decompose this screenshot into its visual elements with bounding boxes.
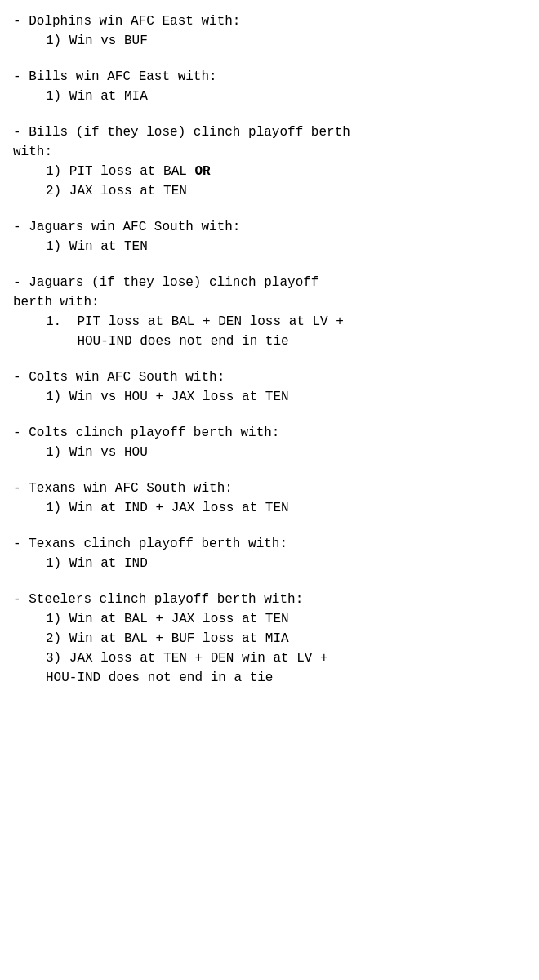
section-items-steelers-clinch: 1) Win at BAL + JAX loss at TEN 2) Win a… bbox=[13, 609, 526, 688]
section-item: 1) Win at IND bbox=[46, 554, 526, 573]
section-items-texans-clinch: 1) Win at IND bbox=[13, 554, 526, 573]
section-items-colts-clinch: 1) Win vs HOU bbox=[13, 443, 526, 462]
section-header-bills-win: - Bills win AFC East with: bbox=[13, 67, 526, 87]
section-items-bills-win: 1) Win at MIA bbox=[13, 87, 526, 106]
section-items-dolphins: 1) Win vs BUF bbox=[13, 31, 526, 51]
section-item: 1) Win vs BUF bbox=[46, 31, 526, 51]
section-item-steelers-3: 3) JAX loss at TEN + DEN win at LV + HOU… bbox=[46, 648, 526, 688]
content: - Dolphins win AFC East with: 1) Win vs … bbox=[13, 11, 526, 688]
section-item: 1) Win at IND + JAX loss at TEN bbox=[46, 498, 526, 518]
section-item-steelers-1: 1) Win at BAL + JAX loss at TEN bbox=[46, 609, 526, 629]
section-dolphins-win: - Dolphins win AFC East with: 1) Win vs … bbox=[13, 11, 526, 51]
section-bills-win: - Bills win AFC East with: 1) Win at MIA bbox=[13, 67, 526, 106]
section-items-jaguars-clinch: 1. PIT loss at BAL + DEN loss at LV + HO… bbox=[13, 312, 526, 351]
section-header-dolphins: - Dolphins win AFC East with: bbox=[13, 11, 526, 31]
section-header-colts-clinch: - Colts clinch playoff berth with: bbox=[13, 423, 526, 443]
section-header-texans-win: - Texans win AFC South with: bbox=[13, 479, 526, 498]
section-header-jaguars-win: - Jaguars win AFC South with: bbox=[13, 217, 526, 237]
section-jaguars-win: - Jaguars win AFC South with: 1) Win at … bbox=[13, 217, 526, 256]
section-texans-win: - Texans win AFC South with: 1) Win at I… bbox=[13, 479, 526, 518]
section-items-colts-win: 1) Win vs HOU + JAX loss at TEN bbox=[13, 387, 526, 407]
section-texans-clinch: - Texans clinch playoff berth with: 1) W… bbox=[13, 534, 526, 573]
section-item-bills-clinch-1: 1) PIT loss at BAL OR bbox=[46, 162, 526, 181]
section-header-texans-clinch: - Texans clinch playoff berth with: bbox=[13, 534, 526, 554]
section-items-jaguars-win: 1) Win at TEN bbox=[13, 237, 526, 256]
section-item: 1) Win at TEN bbox=[46, 237, 526, 256]
section-item: 1) Win vs HOU bbox=[46, 443, 526, 462]
section-item: 1) Win at MIA bbox=[46, 87, 526, 106]
section-header-steelers-clinch: - Steelers clinch playoff berth with: bbox=[13, 590, 526, 609]
section-item-steelers-2: 2) Win at BAL + BUF loss at MIA bbox=[46, 629, 526, 648]
section-jaguars-clinch: - Jaguars (if they lose) clinch playoff … bbox=[13, 273, 526, 351]
section-item-bills-clinch-2: 2) JAX loss at TEN bbox=[46, 181, 526, 201]
section-items-texans-win: 1) Win at IND + JAX loss at TEN bbox=[13, 498, 526, 518]
section-items-bills-clinch: 1) PIT loss at BAL OR 2) JAX loss at TEN bbox=[13, 162, 526, 201]
section-steelers-clinch: - Steelers clinch playoff berth with: 1)… bbox=[13, 590, 526, 688]
section-colts-clinch: - Colts clinch playoff berth with: 1) Wi… bbox=[13, 423, 526, 462]
section-header-colts-win: - Colts win AFC South with: bbox=[13, 368, 526, 387]
section-bills-clinch: - Bills (if they lose) clinch playoff be… bbox=[13, 122, 526, 201]
section-item: 1. PIT loss at BAL + DEN loss at LV + HO… bbox=[46, 312, 526, 351]
or-label: OR bbox=[194, 164, 210, 179]
section-header-jaguars-clinch: - Jaguars (if they lose) clinch playoff … bbox=[13, 273, 526, 312]
section-header-bills-clinch: - Bills (if they lose) clinch playoff be… bbox=[13, 122, 526, 162]
section-colts-win: - Colts win AFC South with: 1) Win vs HO… bbox=[13, 368, 526, 407]
section-item: 1) Win vs HOU + JAX loss at TEN bbox=[46, 387, 526, 407]
